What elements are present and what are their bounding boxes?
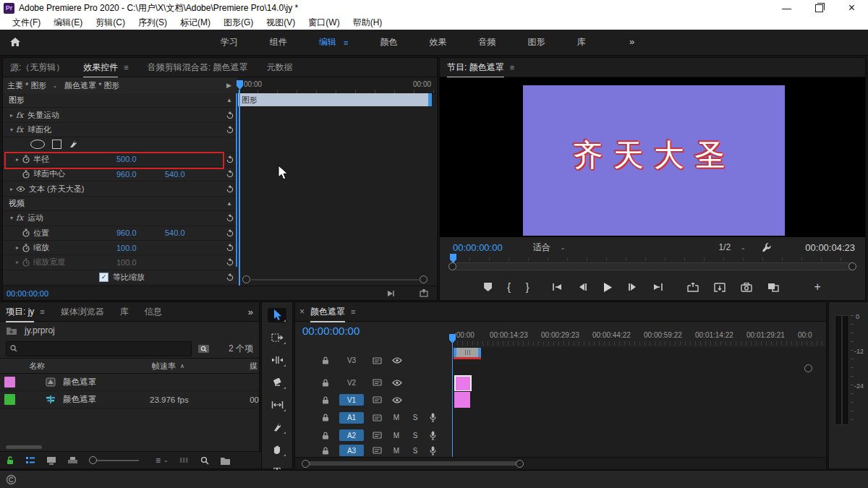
tab-effect-controls[interactable]: 效果控件 (83, 61, 118, 74)
clip-v3-graphics[interactable] (454, 348, 481, 357)
show-keyframes-arrow-icon[interactable]: ▶ (226, 82, 231, 89)
step-back-button[interactable] (578, 283, 587, 291)
twirl-icon[interactable]: ▸ (13, 259, 22, 265)
slip-tool[interactable] (268, 398, 286, 412)
menu-sequence[interactable]: 序列(S) (132, 17, 174, 29)
search-bin-icon[interactable] (197, 343, 210, 354)
sync-lock-icon[interactable] (373, 414, 382, 421)
razor-tool[interactable] (268, 375, 286, 390)
effect-spherize[interactable]: ▾ fx 球面化 (3, 123, 237, 137)
sort-ascending-icon[interactable]: ∧ (180, 363, 184, 369)
mark-in-button[interactable]: { (507, 281, 511, 293)
fit-dropdown[interactable]: 适合 ⌄ (533, 241, 566, 254)
track-select-forward-tool[interactable] (268, 330, 286, 345)
master-clip-label[interactable]: 主要 * 图形 (3, 80, 46, 91)
project-item-color-matte[interactable]: 颜色遮罩 (0, 374, 259, 391)
reset-icon[interactable] (226, 229, 234, 237)
timeline-tab[interactable]: 颜色遮罩 (310, 306, 345, 318)
track-lock-icon[interactable] (322, 432, 329, 440)
timeline-vertical-scroll-handle[interactable] (804, 364, 812, 372)
collapse-icon[interactable]: ▲ (226, 200, 232, 207)
workspace-tab-effects[interactable]: 效果 (429, 36, 446, 48)
mini-scrollbar-track[interactable] (251, 279, 419, 281)
reset-icon[interactable] (226, 185, 234, 193)
solo-button[interactable]: S (411, 447, 420, 455)
effect-motion[interactable]: ▾ fx 运动 (3, 211, 237, 226)
track-target-v3[interactable]: V3 (339, 355, 364, 367)
program-monitor-title[interactable]: 节目: 颜色遮罩 (447, 61, 504, 74)
property-sphere-center[interactable]: 球面中心 960.0 540.0 (3, 167, 237, 181)
extract-button[interactable] (714, 283, 726, 292)
menu-edit[interactable]: 编辑(E) (47, 17, 89, 29)
reset-icon[interactable] (226, 214, 234, 222)
rectangle-mask-icon[interactable] (52, 140, 61, 149)
section-graphics[interactable]: 图形 ▲ (3, 93, 237, 108)
sync-lock-icon[interactable] (373, 396, 382, 403)
workspace-tab-editing[interactable]: 编辑 (319, 36, 336, 48)
stopwatch-icon[interactable] (22, 228, 33, 237)
timeline-zoom-scrollbar[interactable] (307, 461, 518, 466)
lift-button[interactable] (687, 283, 699, 292)
workspace-tab-audio[interactable]: 音频 (478, 36, 495, 48)
twirl-icon[interactable]: ▸ (7, 112, 16, 119)
collapse-icon[interactable]: ▲ (226, 97, 232, 103)
project-horizontal-scrollbar[interactable] (6, 445, 42, 449)
timeline-scrollbar-left-handle[interactable] (302, 460, 310, 468)
program-timecode[interactable]: 00:00:00:00 (440, 242, 503, 253)
ellipse-mask-icon[interactable] (30, 140, 45, 149)
scrubber-track[interactable] (450, 262, 855, 270)
comparison-view-button[interactable] (767, 283, 779, 292)
sort-options-button[interactable]: ≡⌄ (156, 455, 169, 466)
scale-value[interactable]: 100.0 (116, 244, 137, 252)
clip-v1[interactable] (454, 392, 470, 408)
track-output-eye-icon[interactable] (392, 397, 402, 403)
column-framerate[interactable]: 帧速率 (152, 361, 176, 372)
workspace-overflow-chevron[interactable]: » (629, 36, 634, 47)
export-frame-button[interactable] (741, 283, 752, 292)
timeline-panel-menu-icon[interactable]: ≡ (351, 307, 355, 316)
reset-icon[interactable] (226, 111, 234, 119)
timeline-close-icon[interactable]: × (299, 307, 305, 317)
add-marker-button[interactable] (484, 283, 492, 291)
twirl-icon[interactable]: ▸ (7, 186, 16, 192)
tab-source-monitor[interactable]: 源:（无剪辑） (10, 61, 64, 74)
workspace-tab-learning[interactable]: 学习 (221, 36, 238, 48)
solo-button[interactable]: S (411, 414, 420, 421)
timeline-timecode[interactable]: 00:00:00:00 (302, 325, 359, 337)
selection-tool[interactable] (268, 308, 286, 322)
freeform-view-button[interactable] (67, 456, 78, 465)
track-target-a1[interactable]: A1 (339, 412, 364, 424)
new-bin-button[interactable] (220, 456, 231, 465)
menu-view[interactable]: 视图(V) (260, 17, 302, 29)
sync-lock-icon[interactable] (373, 379, 382, 386)
icon-view-button[interactable] (46, 456, 56, 465)
tab-info[interactable]: 信息 (145, 306, 162, 318)
property-scale-width[interactable]: ▸ 缩放宽度 100.0 (3, 255, 237, 270)
menu-file[interactable]: 文件(F) (6, 17, 47, 29)
mute-button[interactable]: M (392, 447, 401, 455)
section-video[interactable]: 视频 ▲ (3, 197, 237, 211)
track-target-v1[interactable]: V1 (339, 394, 364, 406)
timeline-ruler[interactable]: :00:00 00:00:14:23 00:00:29:23 00:00:44:… (452, 331, 826, 347)
visibility-eye-icon[interactable] (16, 186, 29, 192)
creative-cloud-status-icon[interactable] (6, 474, 17, 485)
timeline-scrollbar-right-handle[interactable] (516, 460, 524, 468)
program-monitor-panel-menu-icon[interactable]: ≡ (510, 63, 514, 72)
project-item-sequence[interactable]: 颜色遮罩 23.976 fps 00 (0, 391, 259, 408)
voiceover-mic-icon[interactable] (430, 413, 436, 422)
stopwatch-icon[interactable] (22, 244, 33, 252)
twirl-icon[interactable]: ▾ (7, 215, 16, 221)
menu-help[interactable]: 帮助(H) (346, 17, 389, 29)
project-root-folder-icon[interactable] (6, 326, 17, 335)
reset-icon[interactable] (226, 273, 234, 281)
tab-audio-clip-mixer[interactable]: 音频剪辑混合器: 颜色遮罩 (148, 61, 248, 74)
find-button[interactable] (200, 456, 209, 465)
column-name[interactable]: 名称 (29, 361, 45, 372)
twirl-icon[interactable]: ▸ (13, 156, 22, 163)
menu-graphics[interactable]: 图形(G) (217, 17, 260, 29)
mark-out-button[interactable]: } (526, 281, 529, 293)
stopwatch-icon[interactable] (22, 170, 33, 179)
label-color-swatch[interactable] (4, 394, 15, 405)
effect-controls-timecode[interactable]: 00:00:00:00 (3, 289, 48, 298)
track-lock-icon[interactable] (322, 414, 329, 421)
